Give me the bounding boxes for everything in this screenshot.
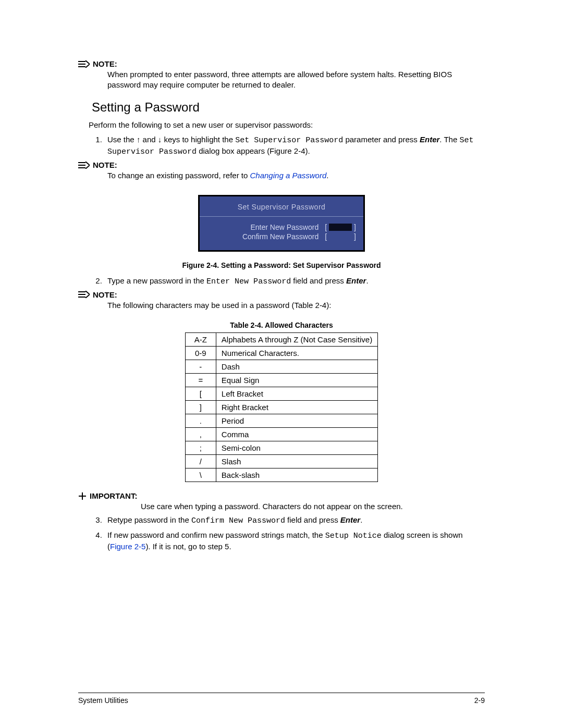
ordered-list-3: Retype password in the Confirm New Passw… xyxy=(89,515,474,552)
left-bracket-icon: [ xyxy=(325,232,327,241)
table-cell-description: Slash xyxy=(216,455,377,468)
note-label: NOTE: xyxy=(93,161,117,169)
table-row: -Dash xyxy=(185,360,377,374)
table-cell-symbol: ; xyxy=(185,441,216,455)
note-label: NOTE: xyxy=(93,290,117,299)
text: field and press xyxy=(291,276,346,285)
enter-key: Enter xyxy=(420,135,439,144)
right-bracket-icon: ] xyxy=(354,223,356,231)
important-block: IMPORTANT: Use care when typing a passwo… xyxy=(78,491,485,512)
table-row: =Equal Sign xyxy=(185,374,377,387)
bios-label: Confirm New Password xyxy=(207,232,325,241)
table-cell-symbol: 0-9 xyxy=(185,347,216,360)
table-row: A-ZAlphabets A through Z (Not Case Sensi… xyxy=(185,333,377,347)
list-item-1: Use the ↑ and ↓ keys to highlight the Se… xyxy=(104,134,474,158)
footer-right: 2-9 xyxy=(474,696,485,705)
table-caption: Table 2-4. Allowed Characters xyxy=(78,321,485,329)
table-cell-description: Semi-colon xyxy=(216,441,377,455)
table-cell-symbol: A-Z xyxy=(185,333,216,347)
table-row: .Period xyxy=(185,414,377,428)
enter-key: Enter xyxy=(346,276,366,285)
code-text: Confirm New Password xyxy=(191,516,285,525)
section-heading: Setting a Password xyxy=(92,100,485,115)
note-body-2: To change an existing password, refer to… xyxy=(107,170,485,181)
table-row: ,Comma xyxy=(185,428,377,441)
table-row: ]Right Bracket xyxy=(185,401,377,414)
table-cell-symbol: / xyxy=(185,455,216,468)
bios-dialog-body: Enter New Password [] Confirm New Passwo… xyxy=(200,217,363,250)
table-row: [Left Bracket xyxy=(185,387,377,401)
text: Use the xyxy=(107,135,137,144)
text: dialog box appears (Figure 2-4). xyxy=(197,146,310,155)
text: keys to highlight the xyxy=(162,135,235,144)
bios-input-confirm: [] xyxy=(325,232,356,241)
ordered-list-2: Type a new password in the Enter New Pas… xyxy=(89,276,474,287)
table-row: 0-9Numerical Characters. xyxy=(185,347,377,360)
note-header: NOTE: xyxy=(78,161,485,169)
text: . xyxy=(360,515,362,524)
page-footer: System Utilities 2-9 xyxy=(78,693,485,705)
note-label: NOTE: xyxy=(93,59,117,68)
important-header: IMPORTANT: xyxy=(78,491,485,500)
note-icon xyxy=(78,60,90,68)
table-cell-description: Back-slash xyxy=(216,468,377,482)
list-item-4: If new password and confirm new password… xyxy=(104,530,474,552)
table-cell-description: Left Bracket xyxy=(216,387,377,401)
enter-key: Enter xyxy=(340,515,360,524)
table-row: ;Semi-colon xyxy=(185,441,377,455)
list-item-3: Retype password in the Confirm New Passw… xyxy=(104,515,474,526)
text: . The xyxy=(439,135,459,144)
table-cell-description: Equal Sign xyxy=(216,374,377,387)
table-cell-description: Period xyxy=(216,414,377,428)
figure-2-4: Set Supervisor Password Enter New Passwo… xyxy=(78,195,485,269)
bios-row-confirm: Confirm New Password [] xyxy=(207,232,356,241)
code-text: Set Supervisor Password xyxy=(235,136,343,145)
bios-dialog-title: Set Supervisor Password xyxy=(200,196,363,217)
table-row: /Slash xyxy=(185,455,377,468)
note-body-3: The following characters may be used in … xyxy=(107,300,485,311)
list-item-2: Type a new password in the Enter New Pas… xyxy=(104,276,474,287)
document-page: NOTE: When prompted to enter password, t… xyxy=(0,0,563,728)
text: To change an existing password, refer to xyxy=(107,171,250,180)
note-header: NOTE: xyxy=(78,290,485,299)
footer-left: System Utilities xyxy=(78,696,128,705)
note-header: NOTE: xyxy=(78,59,485,68)
link-changing-password[interactable]: Changing a Password xyxy=(250,171,327,180)
right-bracket-icon: ] xyxy=(354,232,356,241)
table-cell-description: Dash xyxy=(216,360,377,374)
link-figure-2-5[interactable]: Figure 2-5 xyxy=(110,542,145,551)
text: If new password and confirm new password… xyxy=(107,530,325,539)
text: field and press xyxy=(285,515,340,524)
table-cell-symbol: - xyxy=(185,360,216,374)
bios-label: Enter New Password xyxy=(207,223,325,231)
important-body: Use care when typing a password. Charact… xyxy=(141,501,485,512)
text: Retype password in the xyxy=(107,515,191,524)
table-cell-description: Alphabets A through Z (Not Case Sensitiv… xyxy=(216,333,377,347)
note-icon xyxy=(78,162,90,169)
text: . xyxy=(366,276,368,285)
table-cell-description: Comma xyxy=(216,428,377,441)
bios-input-enter: [] xyxy=(325,223,356,231)
table-cell-symbol: . xyxy=(185,414,216,428)
allowed-characters-table: A-ZAlphabets A through Z (Not Case Sensi… xyxy=(185,332,378,482)
note-block-2: NOTE: To change an existing password, re… xyxy=(78,161,485,181)
code-text: Enter New Password xyxy=(206,277,291,286)
table-cell-symbol: [ xyxy=(185,387,216,401)
text: Type a new password in the xyxy=(107,276,206,285)
note-block-3: NOTE: The following characters may be us… xyxy=(78,290,485,311)
table-cell-symbol: \ xyxy=(185,468,216,482)
text: . xyxy=(326,171,328,180)
bios-dialog: Set Supervisor Password Enter New Passwo… xyxy=(198,195,365,252)
ordered-list-1: Use the ↑ and ↓ keys to highlight the Se… xyxy=(89,134,474,158)
figure-caption: Figure 2-4. Setting a Password: Set Supe… xyxy=(78,261,485,269)
table-cell-symbol: = xyxy=(185,374,216,387)
left-bracket-icon: [ xyxy=(325,223,327,231)
intro-paragraph: Perform the following to set a new user … xyxy=(89,120,474,130)
bios-row-enter: Enter New Password [] xyxy=(207,223,356,231)
password-box-empty xyxy=(329,233,352,240)
code-text: Setup Notice xyxy=(325,532,382,540)
text: parameter and press xyxy=(343,135,420,144)
table-row: \Back-slash xyxy=(185,468,377,482)
table-cell-symbol: ] xyxy=(185,401,216,414)
password-box xyxy=(329,224,352,231)
